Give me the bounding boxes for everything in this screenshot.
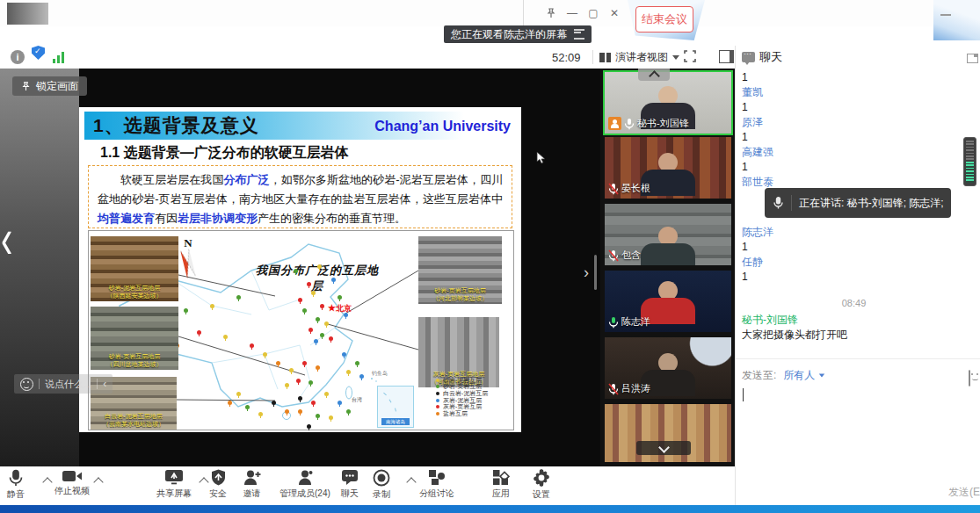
security-shield-icon[interactable] [32,46,45,60]
participant-name: 陈志洋 [621,315,650,329]
send-to-selector[interactable]: 所有人 [783,368,825,383]
divider [97,379,98,389]
mic-icon [608,316,619,329]
minimize-button[interactable]: — [566,7,578,19]
toolbar-invite-button[interactable]: 邀请 [243,469,261,500]
map-pin [309,380,313,385]
participant-tile[interactable]: 吕洪涛 [605,337,731,399]
north-arrow: N [178,236,198,276]
photo-caption: 砂岩-泥岩互层地层（陕西延安某边坡） [91,284,178,301]
toolbar-label: 录制 [373,488,390,501]
end-meeting-button[interactable]: 结束会议 [635,6,693,33]
toolbar-label: 邀请 [243,488,261,500]
chevron-up-icon[interactable] [199,477,208,487]
banner-menu-icon[interactable] [574,29,584,40]
chat-emoji-button[interactable] [969,371,970,387]
map-pin [309,328,313,332]
invite-icon [243,469,261,486]
map-pin [302,308,307,313]
toolbar-members-button[interactable]: 管理成员(24) [279,469,330,500]
participant-name-row: 晏长根 [608,182,650,195]
topbar-divider [592,50,593,64]
photo-caption: 砂岩-页岩互层地层（河北邯郸某边坡） [418,286,502,304]
toolbar-apps-button[interactable]: 应用 [492,469,510,500]
participant-name-row: 秘书-刘国锋 [608,117,689,130]
participant-name-row: 包含 [608,249,641,262]
pin-window-icon[interactable] [545,7,557,19]
participant-tile[interactable]: 晏长根 [605,137,731,199]
toolbar-sharescreen-button[interactable]: 共享屏幕 [156,469,192,500]
collapse-left-icon[interactable]: ‹ [1,199,12,278]
send-button[interactable]: 发送(Enter) [948,485,980,500]
lock-view-button[interactable]: 锁定画面 [12,76,87,96]
chat-message: 1 [742,130,962,145]
map-pin [329,336,333,341]
record-icon [373,469,390,487]
map-pin [258,412,263,416]
expand-right-icon[interactable]: › [584,264,589,282]
divider [791,195,792,211]
watching-screen-banner[interactable]: 您正在观看陈志洋的屏幕 [444,25,592,43]
chat-header: 聊天 [742,49,782,65]
more-participants-button[interactable] [636,441,691,455]
emoji-icon[interactable] [20,378,33,391]
shield-icon [211,469,226,486]
participant-name-row: 陈志洋 [608,315,650,329]
toolbar-gear-button[interactable]: 设置 [533,469,550,501]
map-pin [263,352,267,357]
map-pin [311,291,316,295]
compass-needle [180,249,195,278]
legend-pin-icon [436,405,439,408]
network-signal-icon [53,51,64,63]
drag-handle[interactable] [594,255,597,290]
speaker-view-button[interactable]: 演讲者视图 [599,48,679,66]
send-to-row: 发送至: 所有人 [742,368,825,383]
map-pin [346,409,351,414]
chevron-up-icon [649,70,660,82]
meeting-info-icon[interactable]: i [11,50,25,64]
chat-message: 大家把摄像头都打开吧 [742,328,962,343]
chevron-up-icon[interactable] [42,477,52,487]
toolbar-record-button[interactable]: 录制 [373,469,390,501]
chat-sender-name: 高建强 [742,145,962,160]
participant-tile[interactable]: 包含 [605,204,731,265]
map-pin [324,392,329,396]
chat-message: 1 [742,270,962,285]
chat-message: 1 [742,160,962,175]
muted-mic-icon [608,183,619,195]
toolbar-shield-button[interactable]: 安全 [209,469,227,500]
chevron-down-icon [658,442,670,453]
participant-tile[interactable]: 陈志洋 [605,271,731,332]
maximize-button[interactable]: ▢ [587,7,599,19]
map-pin [344,313,348,317]
map-pin [338,401,342,405]
chevron-up-icon[interactable] [406,477,416,487]
danmaku-input[interactable]: 说点什么... ‹ [14,374,113,394]
divider [39,379,40,389]
toolbar-chatbubble-button[interactable]: 聊天 [341,469,359,500]
legend-label: 盐岩互层 [443,409,468,418]
photo-caption: 白云岩-泥岩互层地层（云南某水电站边坡） [91,412,177,430]
chat-text-cursor[interactable] [743,388,744,401]
map-pin [355,361,359,365]
chat-icon [742,52,755,62]
toolbar-camera-button[interactable]: 停止视频 [54,469,90,497]
map-pin [245,405,250,409]
rock-photo-tr: 砂岩-页岩互层地层（河北邯郸某边坡） [418,236,502,304]
toolbar-breakout-button[interactable]: 分组讨论 [419,469,454,500]
chevron-up-icon[interactable] [93,477,103,487]
map-pin [346,370,351,374]
meeting-timer: 52:09 [552,51,581,64]
toolbar-mic-button[interactable]: 静音 [7,469,25,501]
chat-panel: 聊天 1董凯1原泽1高建强1部世泰陈志洋1任静108:49秘书-刘国锋大家把摄像… [735,46,980,505]
toolbar-label: 停止视频 [54,485,90,497]
popout-chat-icon[interactable] [967,54,978,63]
photo-caption: 砂岩-页岩互层地层（四川盆地某边坡） [91,352,178,370]
close-button[interactable]: ✕ [608,7,621,19]
toggle-sidebar-icon[interactable] [719,50,734,63]
collapse-danmaku-icon[interactable]: ‹ [103,378,106,390]
collapse-strip-button[interactable] [638,69,670,81]
legend-pin-icon [436,412,439,415]
toolbar-label: 应用 [492,488,510,500]
fullscreen-icon[interactable] [684,50,696,62]
